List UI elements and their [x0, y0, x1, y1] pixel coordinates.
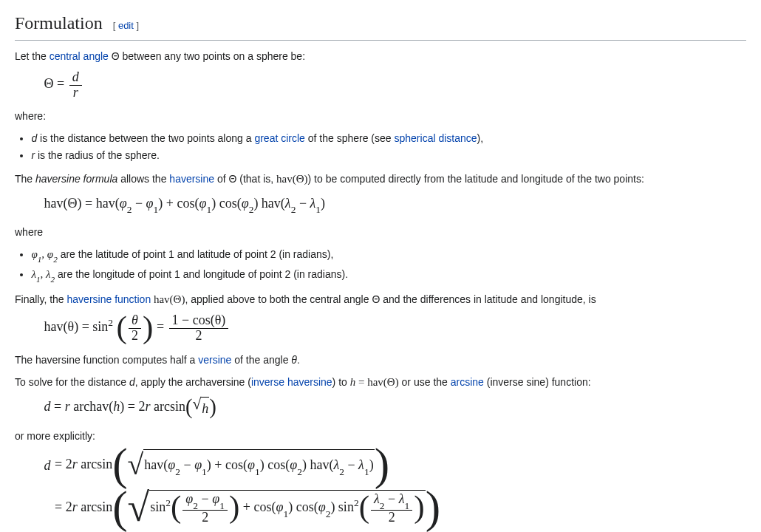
text: are the latitude of point 1 and latitude…	[58, 248, 334, 260]
numerator: λ2 − λ1	[371, 492, 412, 509]
vars-phi: φ1, φ2	[31, 248, 57, 260]
sqrt: √hav(φ2 − φ1) + cos(φ1) cos(φ2) hav(λ2 −…	[128, 449, 375, 482]
edit-link[interactable]: edit	[118, 20, 134, 31]
link-arcsine[interactable]: arcsine	[451, 376, 484, 388]
text: , applied above to both the central angl…	[185, 293, 596, 305]
radical-icon: √	[128, 449, 144, 481]
numerator: 1 − cos(θ)	[169, 313, 229, 328]
text: ),	[477, 132, 484, 144]
list-item: φ1, φ2 are the latitude of point 1 and l…	[31, 245, 746, 265]
text: of the angle	[231, 354, 291, 366]
equation-hav-def: hav(θ) = sin2 (θ2) = 1 − cos(θ)2	[44, 313, 746, 344]
text: The haversine function computes half a	[15, 354, 198, 366]
text: Let the	[15, 50, 50, 62]
sqrt-arg: sin2(φ2 − φ12) + cos(φ1) cos(φ2) sin2(λ2…	[149, 490, 425, 526]
denominator: 2	[182, 510, 228, 525]
equation-distance: d = r archav(h) = 2r arcsin(√h)	[44, 396, 746, 420]
eq-lhs: Θ =	[44, 76, 65, 91]
exponent: 2	[108, 318, 113, 329]
list-item: d is the distance between the two points…	[31, 130, 746, 146]
equation-hav-main: hav(Θ) = hav(φ2 − φ1) + cos(φ1) cos(φ2) …	[44, 193, 746, 216]
link-inverse-haversine[interactable]: inverse haversine	[251, 376, 332, 388]
where-label: where:	[15, 108, 746, 124]
eq-body: hav(Θ) = hav(φ2 − φ1) + cos(φ1) cos(φ2) …	[44, 196, 326, 211]
fraction: 1 − cos(θ)2	[168, 313, 231, 344]
text: allows the	[117, 173, 169, 185]
bracket-open: [	[113, 20, 118, 31]
paragraph-haversine-formula: The haversine formula allows the haversi…	[15, 170, 746, 188]
italic: haversine formula	[35, 173, 117, 185]
link-haversine-function[interactable]: haversine function	[67, 293, 151, 305]
var-d: d	[129, 376, 135, 388]
eq-rhs-line1: = 2r arcsin(√hav(φ2 − φ1) + cos(φ1) cos(…	[55, 449, 440, 482]
text: To solve for the distance	[15, 376, 129, 388]
denominator: 2	[169, 328, 229, 344]
text: of the sphere (see	[305, 132, 395, 144]
numerator: d	[69, 70, 82, 85]
text: or use the	[399, 376, 451, 388]
eq-lhs: hav(θ) = sin	[44, 320, 109, 335]
link-versine[interactable]: versine	[198, 354, 231, 366]
sqrt: √h	[192, 397, 209, 420]
text: Θ between any two points on a sphere be:	[109, 50, 305, 62]
equals: =	[157, 320, 168, 335]
list-item: r is the radius of the sphere.	[31, 147, 746, 163]
text: is the radius of the sphere.	[35, 149, 160, 161]
radical-icon: √	[128, 485, 150, 530]
text: is the distance between the two points a…	[37, 132, 254, 144]
text: The	[15, 173, 35, 185]
inline-math: hav(Θ)	[276, 173, 307, 185]
equation-explicit: d = 2r arcsin(√hav(φ2 − φ1) + cos(φ1) co…	[44, 449, 746, 526]
paragraph-hav-function: Finally, the haversine function hav(Θ), …	[15, 290, 746, 308]
where2-label: where	[15, 224, 746, 240]
text: .	[297, 354, 300, 366]
denominator: 2	[129, 328, 141, 344]
numerator: φ2 − φ1	[182, 492, 228, 509]
text: ) to	[332, 376, 350, 388]
bracket-close: ]	[134, 20, 139, 31]
text: of Θ (that is,	[214, 173, 276, 185]
denominator: 2	[371, 510, 412, 525]
fraction: d r	[68, 70, 83, 100]
text: are the longitude of point 1 and longitu…	[55, 268, 348, 280]
numerator: θ	[129, 313, 141, 328]
paragraph-solve: To solve for the distance d, apply the a…	[15, 373, 746, 391]
var-theta: θ	[291, 354, 297, 366]
eq-lhs: d	[44, 455, 51, 477]
vars-lambda: λ1, λ2	[31, 268, 55, 280]
paragraph-versine: The haversine function computes half a v…	[15, 352, 746, 368]
denominator: r	[69, 85, 82, 100]
text: , apply the archaversine (	[135, 376, 251, 388]
intro-paragraph: Let the central angle Θ between any two …	[15, 48, 746, 64]
section-heading: Formulation [ edit ]	[15, 9, 746, 41]
fraction: θ2	[127, 313, 143, 344]
equation-theta: Θ = d r	[44, 70, 746, 100]
sqrt-arg: h	[201, 397, 209, 420]
edit-section: [ edit ]	[113, 20, 139, 31]
link-haversine[interactable]: haversine	[169, 173, 214, 185]
fraction: λ2 − λ12	[369, 492, 414, 525]
list-item: λ1, λ2 are the longitude of point 1 and …	[31, 265, 746, 284]
where2-list: φ1, φ2 are the latitude of point 1 and l…	[31, 245, 746, 284]
inline-math: h = hav(Θ)	[350, 376, 399, 388]
sqrt: √sin2(φ2 − φ12) + cos(φ1) cos(φ2) sin2(λ…	[128, 490, 426, 526]
inline-math: hav(Θ)	[151, 293, 185, 305]
text: (inverse sine) function:	[484, 376, 591, 388]
where-list: d is the distance between the two points…	[31, 130, 746, 163]
radical-icon: √	[192, 395, 201, 413]
link-spherical-distance[interactable]: spherical distance	[395, 132, 477, 144]
section-title: Formulation	[15, 13, 103, 33]
link-great-circle[interactable]: great circle	[254, 132, 304, 144]
link-central-angle[interactable]: central angle	[50, 50, 109, 62]
eq-rhs-line2: = 2r arcsin(√sin2(φ2 − φ12) + cos(φ1) co…	[55, 490, 440, 526]
sqrt-arg: hav(φ2 − φ1) + cos(φ1) cos(φ2) hav(λ2 − …	[143, 449, 374, 482]
fraction: φ2 − φ12	[181, 492, 229, 525]
text: Finally, the	[15, 293, 67, 305]
text: ) to be computed directly from the latit…	[308, 173, 644, 185]
